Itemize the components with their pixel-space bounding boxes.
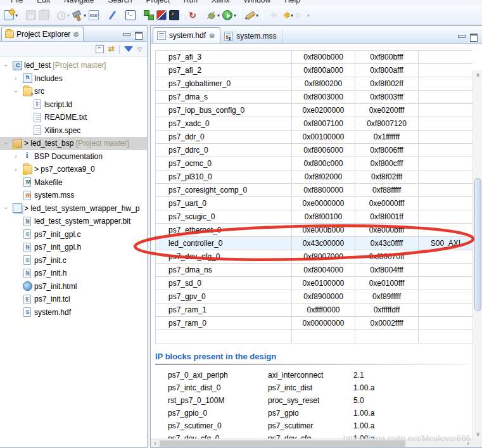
address-map-row-ps7_pl310_0[interactable]: ps7_pl310_00xf8f020000xf8f02fff	[156, 170, 472, 184]
address-map-row-ps7_ocmc_0[interactable]: ps7_ocmc_00xf800c0000xf800cfff	[156, 157, 472, 170]
new-wizard-button[interactable]: ▾	[3, 9, 19, 22]
marker-pen-button[interactable]: ▾	[243, 9, 260, 22]
tree-item-Xilinx-spec[interactable]: Xilinx.spec	[0, 124, 147, 138]
address-map-row-ps7_afi_3[interactable]: ps7_afi_30xf800b0000xf800bfff	[156, 51, 472, 64]
tab-project-explorer[interactable]: Project Explorer ⊗	[1, 27, 84, 41]
address-map-row-ps7_ddr_0[interactable]: ps7_ddr_00x001000000x1fffffff	[156, 131, 472, 144]
collapse-all-icon[interactable]	[96, 45, 104, 53]
restart-button[interactable]	[186, 9, 199, 22]
run-button[interactable]: ▾	[221, 9, 238, 22]
collapse-arrow-icon[interactable]: ›	[3, 205, 10, 212]
scroll-up-icon[interactable]: ∧	[473, 70, 482, 79]
address-map-row-ps7_ram_1[interactable]: ps7_ram_10xffff00000xfffffdff	[156, 304, 472, 317]
xilinx-sdk-button[interactable]	[155, 9, 168, 22]
ip-block-row-ps7_gpio_0[interactable]: ps7_gpio_0ps7_gpio1.00.a	[151, 407, 472, 419]
expand-arrow-icon[interactable]: ›	[13, 153, 19, 160]
maximize-icon[interactable]	[135, 32, 142, 37]
menu-help[interactable]: Help	[277, 0, 307, 5]
tree-item-Makefile[interactable]: MMakefile	[0, 176, 147, 189]
tab-system-mss[interactable]: system.mss	[220, 29, 282, 43]
address-map-row-ps7_globaltimer_0[interactable]: ps7_globaltimer_00xf8f002000xf8f002ff	[156, 77, 472, 91]
tree-item-ps7-init-gpl-c[interactable]: cps7_init_gpl.c	[0, 228, 147, 241]
close-icon[interactable]: ⊗	[73, 30, 79, 39]
tab-system-hdf[interactable]: system.hdf ⊗	[153, 27, 220, 43]
paintbrush-button[interactable]	[106, 9, 118, 22]
tree-item-led-test-bsp[interactable]: ›> led_test_bsp [Project master]	[0, 137, 147, 150]
tree-item-led-test[interactable]: ›led_test [Project master]	[0, 59, 147, 72]
address-map-row-ps7_sd_0[interactable]: ps7_sd_00xe01000000xe0100fff	[156, 277, 472, 290]
address-map-row-ps7_xadc_0[interactable]: ps7_xadc_00xf80071000xf8007120	[156, 117, 472, 131]
dropdown-arrow-icon[interactable]: ▾	[67, 13, 70, 18]
link-with-editor-icon[interactable]	[108, 45, 115, 53]
address-map-row-ps7_iop_bus_config_0[interactable]: ps7_iop_bus_config_00xe02000000xe0200fff	[156, 104, 472, 117]
address-map-row-ps7_ddrc_0[interactable]: ps7_ddrc_00xf80060000xf8006fff	[156, 144, 472, 157]
address-map-row-empty[interactable]	[156, 330, 472, 343]
collapse-arrow-icon[interactable]: ›	[3, 62, 10, 68]
dropdown-arrow-icon[interactable]: ▾	[234, 13, 236, 18]
menu-xilinx[interactable]: Xilinx	[205, 0, 237, 5]
binary-file-button[interactable]	[87, 9, 100, 22]
close-icon[interactable]: ⊗	[209, 32, 215, 40]
console-view-button[interactable]	[124, 9, 137, 22]
tree-item-Includes[interactable]: ›Includes	[0, 72, 147, 86]
tree-item-ps7-cortexa9-0[interactable]: ›> ps7_cortexa9_0	[0, 163, 147, 176]
tree-item-lscript-ld[interactable]: llscript.ld	[0, 98, 147, 112]
address-map-row-ps7_afi_2[interactable]: ps7_afi_20xf800a0000xf800afff	[156, 64, 472, 77]
tree-item-ps7-init-h[interactable]: hps7_init.h	[0, 267, 147, 280]
ip-block-row-ps7_scutimer_0[interactable]: ps7_scutimer_0ps7_scutimer1.00.a	[151, 419, 472, 432]
menu-edit[interactable]: Edit	[30, 0, 57, 5]
address-map-row-ps7_gpv_0[interactable]: ps7_gpv_00xf89000000xf89fffff	[156, 290, 472, 304]
address-map-row-led_controller_0[interactable]: led_controller_00x43c000000x43c0ffffS00_…	[156, 237, 472, 250]
tree-item-ps7-init-gpl-h[interactable]: hps7_init_gpl.h	[0, 241, 147, 254]
collapse-arrow-icon[interactable]: ›	[3, 140, 10, 146]
address-map-row-ps7_dma_ns[interactable]: ps7_dma_ns0xf80040000xf8004fff	[156, 264, 472, 277]
menu-file[interactable]: File	[4, 0, 30, 5]
menu-project[interactable]: Project	[139, 0, 176, 5]
menu-window[interactable]: Window	[237, 0, 278, 5]
tree-item-led-test-system-wrapper-hw-p[interactable]: ›> led_test_system_wrapper_hw_p	[0, 202, 147, 215]
vertical-scrollbar-thumb[interactable]	[474, 178, 481, 311]
dropdown-arrow-icon[interactable]: ▾	[15, 13, 18, 18]
debug-button[interactable]: ▾	[205, 9, 221, 22]
minimize-icon[interactable]	[458, 34, 465, 39]
tree-item-src[interactable]: ›?src	[0, 85, 147, 98]
menu-run[interactable]: Run	[177, 0, 205, 5]
dropdown-arrow-icon[interactable]: ▾	[256, 13, 258, 18]
program-fpga-button[interactable]	[143, 9, 155, 22]
menu-search[interactable]: Search	[101, 0, 139, 5]
tree-item-ps7-init-tcl[interactable]: tps7_init.tcl	[0, 293, 147, 306]
menu-navigate[interactable]: Navigate	[57, 0, 101, 5]
address-map-row-ps7_dma_s[interactable]: ps7_dma_s0xf80030000xf8003fff	[156, 91, 472, 104]
tree-item-ps7-init-html[interactable]: ps7_init.html	[0, 280, 147, 293]
maximize-icon[interactable]	[470, 34, 477, 39]
view-menu-icon[interactable]	[137, 46, 142, 53]
scroll-down-icon[interactable]: ∨	[473, 430, 482, 438]
ip-block-row-ps7_0_axi_periph[interactable]: ps7_0_axi_periphaxi_interconnect2.1	[151, 369, 472, 381]
dropdown-arrow-icon[interactable]: ▾	[307, 13, 310, 18]
tree-item-system-hdf[interactable]: ssystem.hdf	[0, 306, 147, 319]
tree-item-led-test-system-wrapper-bit[interactable]: bled_test_system_wrapper.bit	[0, 215, 147, 228]
ip-block-row-rst_ps7_0_100M[interactable]: rst_ps7_0_100Mproc_sys_reset5.0	[151, 394, 472, 407]
address-map-row-ps7_uart_0[interactable]: ps7_uart_00xe00000000xe0000fff	[156, 197, 472, 210]
address-map-row-ps7_coresight_comp_0[interactable]: ps7_coresight_comp_00xf88000000xf88fffff	[156, 184, 472, 197]
terminal-button[interactable]	[168, 9, 181, 22]
collapse-arrow-icon[interactable]: ›	[13, 88, 20, 94]
address-map-row-ps7_dev_cfg_0[interactable]: ps7_dev_cfg_00xf80070000xf80070ff	[156, 250, 472, 264]
tree-item-ps7-init-c[interactable]: cps7_init.c	[0, 254, 147, 267]
expand-arrow-icon[interactable]: ›	[13, 166, 19, 173]
tree-item-BSP-Documentation[interactable]: ›BSP Documentation	[0, 150, 147, 163]
vertical-scrollbar[interactable]: ∧ ∨	[472, 70, 482, 438]
ip-block-row-ps7_intc_dist_0[interactable]: ps7_intc_dist_0ps7_intc_dist1.00.a	[151, 381, 472, 394]
address-map-row-ps7_ram_0[interactable]: ps7_ram_00x000000000x0002ffff	[156, 317, 472, 330]
back-button[interactable]: ▾	[278, 9, 295, 22]
address-map-row-ps7_ethernet_0[interactable]: ps7_ethernet_00xe000b0000xe000bfff	[156, 224, 472, 237]
dropdown-arrow-icon[interactable]: ▾	[84, 13, 86, 18]
filter-icon[interactable]	[124, 46, 133, 52]
scroll-left-icon[interactable]: ‹	[151, 440, 160, 447]
dropdown-arrow-icon[interactable]: ▾	[217, 13, 220, 18]
dropdown-arrow-icon[interactable]: ▾	[291, 13, 293, 18]
minimize-icon[interactable]	[123, 32, 130, 37]
tree-item-system-mss[interactable]: msystem.mss	[0, 189, 147, 202]
address-map-row-ps7_scugic_0[interactable]: ps7_scugic_00xf8f001000xf8f001ff	[156, 210, 472, 224]
expand-arrow-icon[interactable]: ›	[13, 75, 19, 82]
